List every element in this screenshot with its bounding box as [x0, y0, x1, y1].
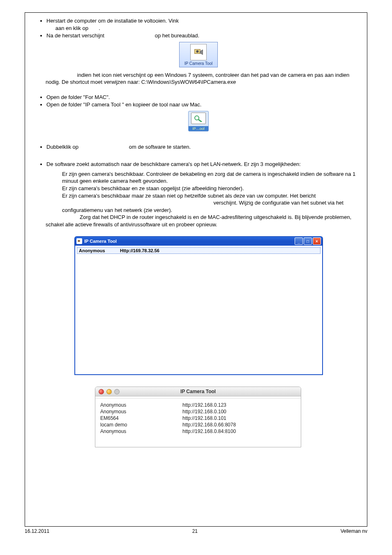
camera-url: http://192.168.0.101 [182, 415, 236, 421]
bullet-open-mac-folder: Open de folder "For MAC". [46, 94, 360, 101]
xp-body: Anonymous Http://169.78.32.56 [74, 246, 323, 375]
camera-url: http://192.168.0.84:8100 [182, 428, 236, 435]
text: aan en klik op [55, 25, 88, 31]
camera-name: EM6564 [100, 415, 182, 421]
camera-name: Anonymous [100, 402, 182, 408]
note-text: indien het icon niet verschijnt op een W… [46, 72, 349, 85]
bullet-list-search: De software zoekt automatisch naar de be… [37, 161, 360, 168]
window-title: IP Camera Tool [95, 389, 301, 394]
camera-url: http://192.168.0.100 [182, 408, 236, 415]
mac-body: Anonymoushttp://192.168.0.123 Anonymoush… [95, 398, 301, 447]
camera-url: Http://169.78.32.56 [120, 248, 318, 253]
camera-icon [193, 47, 204, 57]
icon-label: IP Camera Tool [180, 61, 217, 66]
mac-desktop-icon: IP…ool [37, 111, 360, 131]
icon-label: IP…ool [189, 126, 208, 131]
app-icon [76, 238, 82, 244]
possibility-2: Er zijn camera's beschikbaar en ze staan… [62, 185, 360, 192]
text: . [99, 25, 100, 31]
xp-ip-camera-tool-window: IP Camera Tool _ □ × Anonymous Http://16… [74, 236, 323, 375]
note-text: Zorg dat het DHCP in de router ingeschak… [46, 214, 351, 228]
bullet-after-restart: Na de herstart verschijnt op het bureaub… [46, 32, 360, 39]
camera-name: locam demo [100, 421, 182, 428]
page-footer: 16.12.2011 21 Velleman nv [25, 528, 367, 534]
possibility-3: Er zijn camera's beschikbaar maar ze sta… [62, 192, 360, 214]
note-dhcp: Zorg dat het DHCP in de router ingeschak… [46, 214, 360, 228]
text: Na de herstart verschijnt [46, 32, 104, 39]
text: Er zijn camera's beschikbaar maar ze sta… [62, 193, 316, 199]
svg-line-3 [198, 120, 202, 122]
maximize-button[interactable]: □ [304, 237, 312, 245]
minimize-button[interactable]: _ [295, 237, 303, 245]
text: om de software te starten. [129, 144, 191, 150]
footer-page: 21 [49, 528, 341, 534]
xp-titlebar: IP Camera Tool _ □ × [74, 236, 323, 246]
camera-row[interactable]: EM6564http://192.168.0.101 [100, 415, 236, 421]
bullet-list-doubleclick: Dubbelklik op om de software te starten. [37, 143, 360, 151]
close-button[interactable]: × [313, 237, 321, 245]
svg-point-5 [78, 240, 80, 242]
camera-url: http://192.168.0.66:8078 [182, 421, 236, 428]
text: Dubbelklik op [46, 144, 78, 150]
possibility-1: Er zijn geen camera's beschikbaar. Contr… [62, 170, 360, 185]
camera-name: Anonymous [100, 428, 182, 435]
camera-name: Anonymous [100, 408, 182, 415]
note-win7: Opmerking: indien het icon niet verschij… [46, 71, 360, 86]
text: verschijnt. Wijzig de configuratie van h… [62, 200, 344, 213]
mac-ip-camera-tool-window: IP Camera Tool Anonymoushttp://192.168.0… [95, 387, 301, 447]
camera-name: Anonymous [79, 248, 120, 253]
camera-row[interactable]: Anonymoushttp://192.168.0.84:8100 [100, 428, 236, 435]
camera-row[interactable]: Anonymoushttp://192.168.0.100 [100, 408, 236, 415]
camera-url: http://192.168.0.123 [182, 402, 236, 408]
possibilities: Er zijn geen camera's beschikbaar. Contr… [62, 170, 360, 214]
svg-point-1 [196, 50, 198, 53]
bullet-restart: Herstart de computer om de installatie t… [46, 17, 360, 32]
window-title: IP Camera Tool [84, 239, 295, 244]
bullet-list-mac: Open de folder "For MAC". Open de folder… [37, 94, 360, 108]
camera-row[interactable]: locam demohttp://192.168.0.66:8078 [100, 421, 236, 428]
bullet-copy-tool: Open de folder "IP camera Tool " en kopi… [46, 101, 360, 108]
footer-company: Velleman nv [341, 528, 367, 534]
footer-date: 16.12.2011 [25, 528, 49, 534]
bullet-search: De software zoekt automatisch naar de be… [46, 161, 360, 168]
tool-icon [194, 115, 203, 122]
camera-row[interactable]: Anonymoushttp://192.168.0.123 [100, 402, 236, 408]
mac-titlebar: IP Camera Tool [95, 387, 301, 396]
text: op het bureaublad. [155, 32, 199, 39]
svg-point-2 [195, 116, 199, 120]
bullet-list-1: Herstart de computer om de installatie t… [37, 17, 360, 39]
text: Herstart de computer om de installatie t… [46, 18, 179, 24]
page-frame: Herstart de computer om de installatie t… [25, 12, 367, 527]
bullet-doubleclick: Dubbelklik op om de software te starten. [46, 143, 360, 151]
win-desktop-icon: IP Camera Tool [37, 42, 360, 67]
camera-row[interactable]: Anonymous Http://169.78.32.56 [77, 247, 321, 254]
